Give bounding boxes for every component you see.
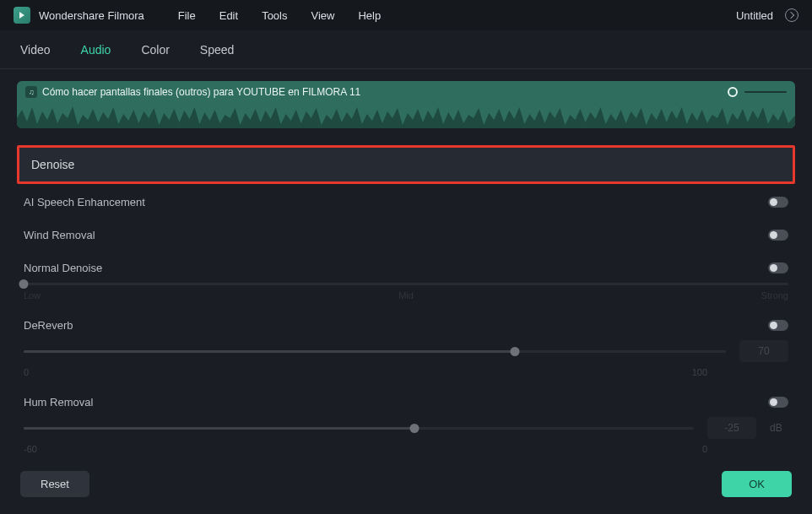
export-icon[interactable] xyxy=(785,8,798,22)
denoise-mid-label: Mid xyxy=(398,290,414,300)
hum-removal-value[interactable]: -25 xyxy=(707,417,756,439)
keyframe-marker-icon[interactable] xyxy=(728,87,738,97)
menu-help[interactable]: Help xyxy=(358,9,381,22)
hum-removal-label: Hum Removal xyxy=(24,396,93,408)
footer: Reset OK xyxy=(0,459,812,514)
dereverb-toggle[interactable] xyxy=(768,320,788,331)
menu-bar: File Edit Tools View Help xyxy=(178,9,381,22)
property-tabs: Video Audio Color Speed xyxy=(0,30,812,69)
menu-edit[interactable]: Edit xyxy=(219,9,238,22)
music-note-icon: ♫ xyxy=(25,86,37,98)
tab-video[interactable]: Video xyxy=(20,33,51,67)
wind-removal-toggle[interactable] xyxy=(768,230,788,241)
normal-denoise-label: Normal Denoise xyxy=(24,262,102,274)
hum-removal-row: Hum Removal xyxy=(17,377,795,417)
project-title: Untitled xyxy=(736,9,773,22)
dereverb-slider-row: 70 xyxy=(17,340,795,362)
denoise-title: Denoise xyxy=(31,158,781,171)
dereverb-slider[interactable] xyxy=(24,350,726,353)
normal-denoise-slider-wrap: Low Mid Strong xyxy=(17,283,795,300)
wind-removal-row: Wind Removal xyxy=(17,217,795,250)
dereverb-label: DeReverb xyxy=(24,319,73,332)
ai-speech-toggle[interactable] xyxy=(768,197,788,208)
app-name: Wondershare Filmora xyxy=(39,9,144,22)
menu-tools[interactable]: Tools xyxy=(262,9,287,22)
normal-denoise-slider[interactable] xyxy=(24,283,788,285)
reset-button[interactable]: Reset xyxy=(20,471,89,497)
hum-max: 0 xyxy=(702,444,788,454)
menu-view[interactable]: View xyxy=(311,9,334,22)
clip-title: Cómo hacer pantallas finales (outros) pa… xyxy=(42,86,360,98)
normal-denoise-row: Normal Denoise xyxy=(17,250,795,283)
audio-clip-preview[interactable]: ♫ Cómo hacer pantallas finales (outros) … xyxy=(17,81,795,128)
denoise-section-header[interactable]: Denoise xyxy=(17,145,795,184)
dereverb-value[interactable]: 70 xyxy=(739,340,788,362)
waveform-icon xyxy=(17,103,795,128)
tab-color[interactable]: Color xyxy=(141,33,169,67)
ok-button[interactable]: OK xyxy=(722,471,792,497)
hum-removal-toggle[interactable] xyxy=(768,397,788,408)
hum-removal-slider-row: -25 dB xyxy=(17,417,795,439)
dereverb-max: 100 xyxy=(692,367,788,377)
app-logo-icon xyxy=(14,7,30,24)
titlebar: Wondershare Filmora File Edit Tools View… xyxy=(0,0,812,30)
wind-removal-label: Wind Removal xyxy=(24,229,95,241)
menu-file[interactable]: File xyxy=(178,9,196,22)
tab-speed[interactable]: Speed xyxy=(200,33,234,67)
volume-line[interactable] xyxy=(744,91,787,93)
normal-denoise-toggle[interactable] xyxy=(768,262,788,273)
dereverb-min: 0 xyxy=(24,367,29,377)
denoise-strong-label: Strong xyxy=(761,290,788,300)
dereverb-row: DeReverb xyxy=(17,300,795,340)
ai-speech-row: AI Speech Enhancement xyxy=(17,184,795,217)
content-area: ♫ Cómo hacer pantallas finales (outros) … xyxy=(0,69,812,454)
hum-min: -60 xyxy=(24,444,37,454)
ai-speech-label: AI Speech Enhancement xyxy=(24,196,145,208)
tab-audio[interactable]: Audio xyxy=(81,33,111,67)
hum-removal-slider[interactable] xyxy=(24,427,694,430)
denoise-low-label: Low xyxy=(24,290,41,300)
hum-removal-unit: dB xyxy=(770,422,788,434)
